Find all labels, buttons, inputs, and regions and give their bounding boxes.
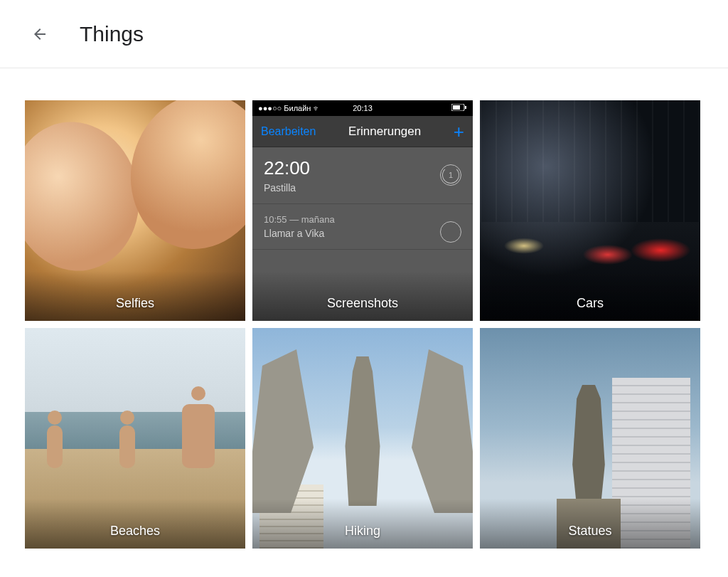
repeat-icon: 1	[440, 164, 461, 186]
label-overlay: Screenshots	[252, 271, 473, 321]
header: Things	[0, 0, 728, 68]
label-overlay: Hiking	[252, 499, 473, 549]
label-overlay: Beaches	[25, 499, 245, 549]
category-label: Beaches	[110, 524, 160, 539]
label-overlay: Selfies	[25, 271, 245, 321]
reminder-item: 22:00 Pastilla 1	[252, 147, 473, 204]
circle-icon	[440, 221, 461, 243]
category-label: Selfies	[116, 296, 154, 311]
category-label: Cars	[577, 296, 604, 311]
category-label: Hiking	[345, 524, 380, 539]
label-overlay: Cars	[480, 271, 700, 321]
label-overlay: Statues	[480, 499, 700, 549]
reminder-item: 10:55 — mañana Llamar a Vika	[252, 204, 473, 250]
category-tile-statues[interactable]: Statues	[480, 328, 700, 549]
plus-icon: +	[454, 122, 464, 141]
reminder-title: Pastilla	[264, 182, 461, 194]
page-title: Things	[80, 22, 144, 46]
category-label: Statues	[568, 524, 611, 539]
category-tile-selfies[interactable]: Selfies	[25, 100, 245, 321]
nav-title: Erinnerungen	[348, 125, 421, 139]
reminder-subtime: 10:55 — mañana	[264, 214, 461, 225]
back-button[interactable]	[23, 17, 57, 51]
category-label: Screenshots	[327, 296, 398, 311]
arrow-back-icon	[31, 26, 48, 43]
category-grid: Selfies ●●●○○ Билайн ᯤ 20:13 Bearbeiten …	[0, 68, 728, 549]
reminder-title: Llamar a Vika	[264, 228, 461, 239]
screenshot-statusbar: ●●●○○ Билайн ᯤ 20:13	[252, 100, 473, 116]
screenshot-navbar: Bearbeiten Erinnerungen +	[252, 116, 473, 147]
category-tile-screenshots[interactable]: ●●●○○ Билайн ᯤ 20:13 Bearbeiten Erinneru…	[252, 100, 473, 321]
status-time: 20:13	[252, 104, 473, 112]
nav-edit: Bearbeiten	[261, 125, 316, 138]
reminder-time: 22:00	[264, 157, 461, 179]
category-tile-hiking[interactable]: Hiking	[252, 328, 473, 549]
category-tile-cars[interactable]: Cars	[480, 100, 700, 321]
category-tile-beaches[interactable]: Beaches	[25, 328, 245, 549]
